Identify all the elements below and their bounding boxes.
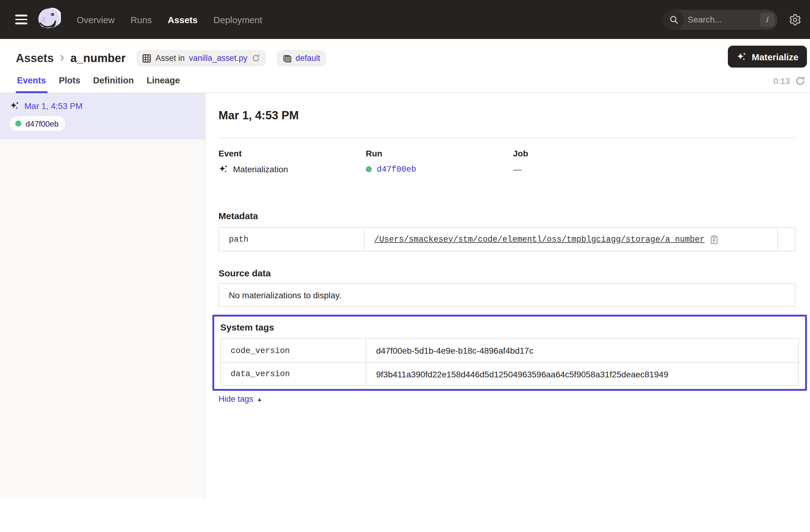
table-row: code_version d47f00eb-5d1b-4e9e-b18c-489… (221, 339, 798, 362)
global-search[interactable]: / (663, 10, 778, 30)
settings-gear-icon[interactable] (789, 13, 801, 26)
source-data-heading: Source data (218, 268, 795, 278)
search-input[interactable] (684, 15, 760, 25)
caret-up-icon: ▲ (257, 396, 262, 402)
run-status-dot (366, 166, 372, 172)
metadata-actions-cell (777, 228, 795, 251)
job-empty-value: — (513, 164, 521, 174)
system-tags-highlight-box: System tags code_version d47f00eb-5d1b-4… (212, 315, 807, 391)
source-data-empty-message: No materializations to display. (218, 283, 795, 307)
tab-lineage[interactable]: Lineage (145, 76, 181, 93)
sparkle-icon (737, 51, 747, 62)
breadcrumb-assets-link[interactable]: Assets (16, 51, 54, 65)
event-timestamp-link[interactable]: Mar 1, 4:53 PM (25, 101, 82, 111)
metadata-key: path (219, 228, 364, 251)
group-repo-icon (283, 54, 291, 62)
asset-grid-icon (143, 54, 151, 62)
event-detail-title: Mar 1, 4:53 PM (218, 109, 795, 122)
code-location-prefix: Asset in (156, 53, 185, 63)
search-shortcut-badge: / (760, 13, 775, 27)
app-window: Overview Runs Assets Deployment / Ass (0, 0, 810, 532)
reload-code-location-icon[interactable] (252, 54, 260, 62)
hide-tags-link[interactable]: Hide tags ▲ (218, 394, 795, 404)
search-icon (663, 10, 684, 30)
hamburger-menu-icon[interactable] (15, 15, 27, 25)
job-column-header: Job (513, 148, 795, 158)
page-header: Assets › a_number Asset in vanilla_asset… (0, 39, 810, 93)
code-location-pill: Asset in vanilla_asset.py (136, 50, 266, 66)
run-status-dot (15, 120, 21, 127)
materialization-sparkle-icon (218, 164, 228, 174)
tab-plots[interactable]: Plots (58, 76, 82, 93)
system-tag-value: d47f00eb-5d1b-4e9e-b18c-4896af4bd17c (366, 339, 798, 362)
run-column-header: Run (366, 148, 513, 158)
table-row: data_version 9f3b411a390fd22e158d446d5d1… (221, 362, 798, 385)
system-tag-value: 9f3b411a390fd22e158d446d5d12504963596aa6… (366, 363, 798, 385)
event-column-header: Event (218, 148, 366, 158)
metadata-table: path /Users/smackesey/stm/code/elementl/… (218, 227, 795, 252)
refresh-icon[interactable] (795, 76, 805, 86)
metadata-path-link[interactable]: /Users/smackesey/stm/code/elementl/oss/t… (374, 235, 705, 244)
group-pill: default (277, 50, 326, 66)
event-type-label: Materialization (233, 164, 288, 174)
nav-item-assets[interactable]: Assets (168, 14, 197, 25)
hide-tags-label: Hide tags (218, 394, 253, 404)
code-location-link[interactable]: vanilla_asset.py (189, 53, 247, 63)
group-link[interactable]: default (295, 53, 320, 63)
event-list-sidebar: Mar 1, 4:53 PM d47f00eb (0, 93, 206, 499)
run-id-link[interactable]: d47f00eb (377, 165, 416, 174)
system-tags-heading: System tags (220, 322, 799, 332)
tab-definition[interactable]: Definition (92, 76, 135, 93)
run-cell: d47f00eb (366, 164, 513, 174)
metadata-heading: Metadata (218, 211, 795, 221)
tab-events[interactable]: Events (16, 76, 47, 93)
breadcrumb: Assets › a_number Asset in vanilla_asset… (0, 39, 810, 67)
job-cell: — (513, 164, 795, 174)
tab-bar: Events Plots Definition Lineage 0:13 (0, 67, 810, 93)
refresh-countdown: 0:13 (774, 76, 790, 86)
system-tag-key: data_version (221, 363, 366, 385)
run-id-badge-label: d47f00eb (26, 119, 59, 128)
primary-nav: Overview Runs Assets Deployment (77, 14, 262, 25)
materialize-button-label: Materialize (752, 51, 798, 62)
divider (218, 138, 795, 138)
event-detail-panel: Mar 1, 4:53 PM Event Run Job (206, 93, 810, 499)
nav-item-overview[interactable]: Overview (77, 14, 115, 25)
copy-clipboard-icon[interactable] (710, 235, 718, 244)
top-nav: Overview Runs Assets Deployment / (0, 0, 810, 39)
content-area: Mar 1, 4:53 PM d47f00eb Mar 1, 4:53 PM E… (0, 93, 810, 499)
page-title: a_number (70, 51, 126, 65)
materialization-sparkle-icon (10, 101, 19, 111)
materialize-button[interactable]: Materialize (728, 46, 807, 68)
event-list-item-selected[interactable]: Mar 1, 4:53 PM d47f00eb (0, 93, 205, 140)
table-row: path /Users/smackesey/stm/code/elementl/… (219, 228, 795, 251)
event-type-cell: Materialization (218, 164, 366, 174)
event-summary-table: Event Run Job Materialization (218, 148, 795, 174)
nav-item-runs[interactable]: Runs (131, 14, 152, 25)
breadcrumb-chevron-icon: › (60, 50, 65, 66)
system-tag-key: code_version (221, 339, 366, 362)
run-id-badge[interactable]: d47f00eb (10, 116, 65, 131)
nav-item-deployment[interactable]: Deployment (214, 14, 262, 25)
system-tags-table: code_version d47f00eb-5d1b-4e9e-b18c-489… (220, 338, 799, 386)
dagster-logo-icon[interactable] (36, 7, 61, 32)
refresh-area: 0:13 (774, 76, 806, 93)
